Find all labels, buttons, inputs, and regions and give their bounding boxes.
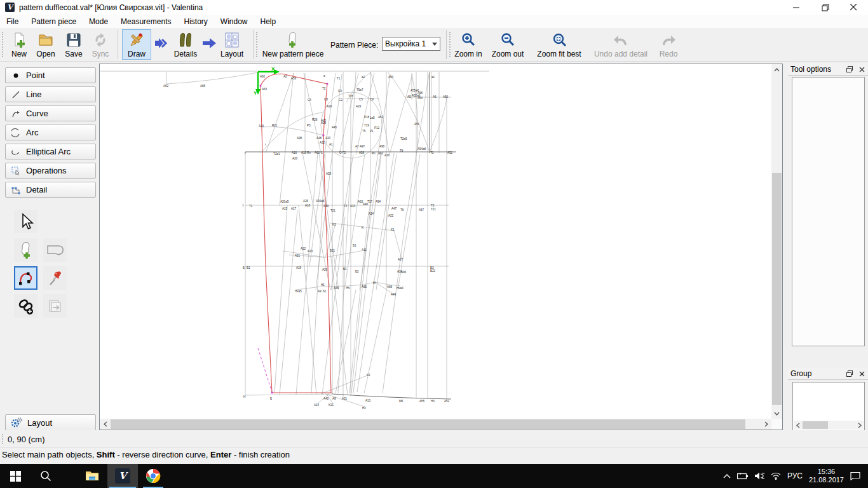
tool-options-content — [792, 77, 865, 346]
category-curve[interactable]: Curve — [5, 105, 96, 121]
mode-arrow-icon — [154, 37, 170, 50]
category-detail[interactable]: Detail — [5, 182, 96, 198]
layout-mode-button[interactable]: Layout — [5, 414, 96, 431]
tray-chevron-icon[interactable] — [723, 473, 731, 478]
toolbar-grip[interactable] — [2, 32, 4, 57]
main-toolbar: New Open Save Sync Draw Details Layout N… — [0, 28, 868, 62]
svg-text:A47: A47 — [391, 207, 397, 210]
menu-file[interactable]: File — [0, 15, 25, 28]
wifi-icon[interactable] — [771, 472, 781, 480]
svg-text:T3: T3 — [430, 151, 434, 154]
svg-text:X: X — [271, 66, 275, 72]
volume-icon[interactable] — [755, 472, 764, 480]
group-close-panel-icon[interactable] — [857, 369, 866, 378]
svg-text:A13: A13 — [308, 250, 313, 253]
svg-text:T19: T19 — [364, 124, 369, 127]
menu-measurements[interactable]: Measurements — [114, 15, 177, 28]
clock[interactable]: 15:36 21.08.2017 — [809, 468, 844, 484]
svg-text:1a5: 1a5 — [370, 116, 375, 119]
menu-help[interactable]: Help — [254, 15, 283, 28]
scroll-up-icon[interactable] — [771, 64, 782, 75]
combo-arrow-icon — [432, 43, 437, 46]
zoom-fit-best-button[interactable]: Zoom fit best — [532, 29, 586, 60]
mode-layout-button[interactable]: Layout — [217, 29, 247, 60]
taskbar-valentina[interactable]: V — [107, 464, 138, 488]
action-center-icon[interactable] — [850, 471, 860, 480]
category-point[interactable]: Point — [5, 67, 96, 83]
group-panel-header[interactable]: Group — [788, 368, 868, 380]
menu-pattern-piece[interactable]: Pattern piece — [25, 15, 83, 28]
battery-icon[interactable] — [737, 473, 749, 480]
language-indicator[interactable]: РУС — [787, 471, 803, 480]
arc-icon — [11, 128, 20, 137]
minimize-button[interactable] — [782, 0, 811, 15]
new-detail-tool[interactable] — [14, 238, 37, 262]
union-tool[interactable] — [14, 294, 37, 318]
group-scroll-right-icon[interactable] — [855, 421, 864, 430]
zoom-out-button[interactable]: Zoom out — [489, 29, 526, 60]
category-elliptical-arc[interactable]: Elliptical Arc — [5, 144, 96, 159]
taskbar-file-explorer[interactable] — [77, 464, 107, 488]
category-arc[interactable]: Arc — [5, 125, 96, 140]
tool-options-panel-header[interactable]: Tool options — [788, 64, 868, 76]
open-button[interactable]: Open — [34, 29, 58, 60]
canvas-horizontal-scrollbar[interactable] — [100, 419, 771, 430]
group-scrollbar[interactable] — [794, 421, 864, 430]
curve-path-icon — [17, 269, 35, 287]
svg-text:A22: A22 — [388, 214, 394, 217]
group-float-panel-icon[interactable] — [845, 369, 854, 378]
svg-text:A94: A94 — [376, 200, 381, 203]
start-button[interactable] — [0, 464, 31, 488]
toolbar-grip2[interactable] — [256, 32, 258, 57]
piece-path-tool[interactable] — [14, 266, 37, 290]
cursor-arrow-icon — [18, 213, 34, 231]
new-button[interactable]: New — [7, 29, 31, 60]
mode-details-button[interactable]: Details — [170, 29, 201, 60]
zoom-in-button[interactable]: Zoom in — [452, 29, 484, 60]
group-list-box[interactable] — [792, 382, 865, 431]
svg-text:A5: A5 — [407, 95, 411, 98]
svg-text:H: H — [243, 395, 245, 398]
vscroll-thumb[interactable] — [772, 173, 782, 405]
scroll-left-icon[interactable] — [100, 419, 111, 430]
close-panel-icon[interactable] — [857, 65, 866, 74]
mode-draw-button[interactable]: Draw — [122, 29, 151, 60]
workpiece-shape-icon — [46, 243, 65, 258]
svg-text:A51: A51 — [447, 151, 453, 154]
system-tray: РУС 15:36 21.08.2017 — [723, 464, 868, 488]
svg-text:K21: K21 — [329, 403, 334, 407]
select-arrow-tool[interactable] — [14, 210, 37, 233]
svg-text:A24: A24 — [369, 212, 374, 215]
svg-text:A97: A97 — [360, 145, 365, 148]
svg-text:Hva5: Hva5 — [295, 290, 302, 293]
category-line[interactable]: Line — [5, 86, 96, 102]
hscroll-thumb[interactable] — [111, 419, 745, 429]
restore-button[interactable] — [811, 0, 839, 15]
taskbar-search-button[interactable] — [31, 464, 61, 488]
details-pieces-icon — [177, 32, 194, 48]
close-button[interactable] — [839, 0, 868, 15]
pin-tool[interactable] — [43, 266, 67, 290]
group-title: Group — [790, 369, 811, 378]
pattern-piece-select[interactable]: Выкройка 1 — [382, 37, 440, 51]
drawing-canvas[interactable]: A62A65XYA60A53A2A59aT1T2O2C4C8C2A29T5a7T… — [99, 64, 783, 430]
category-operations[interactable]: Operations — [5, 163, 96, 179]
taskbar-chrome[interactable] — [138, 464, 168, 488]
toolbar-grip3[interactable] — [449, 32, 451, 57]
save-button[interactable]: Save — [62, 29, 86, 60]
canvas-vertical-scrollbar[interactable] — [771, 64, 782, 419]
group-scroll-left-icon[interactable] — [794, 421, 802, 430]
svg-text:A53: A53 — [262, 88, 268, 91]
menu-history[interactable]: History — [177, 15, 214, 28]
svg-text:M: M — [373, 281, 376, 285]
float-panel-icon[interactable] — [845, 65, 854, 74]
scroll-down-icon[interactable] — [771, 408, 782, 419]
menu-mode[interactable]: Mode — [83, 15, 114, 28]
svg-text:A52: A52 — [444, 400, 450, 403]
svg-text:Hva4: Hva4 — [397, 287, 403, 290]
menu-window[interactable]: Window — [214, 15, 254, 28]
new-pattern-piece-button[interactable]: New pattern piece — [259, 29, 327, 60]
svg-text:A7: A7 — [355, 145, 359, 148]
pattern-canvas-svg[interactable]: A62A65XYA60A53A2A59aT1T2O2C4C8C2A29T5a7T… — [100, 64, 771, 419]
scroll-right-icon[interactable] — [761, 419, 771, 430]
